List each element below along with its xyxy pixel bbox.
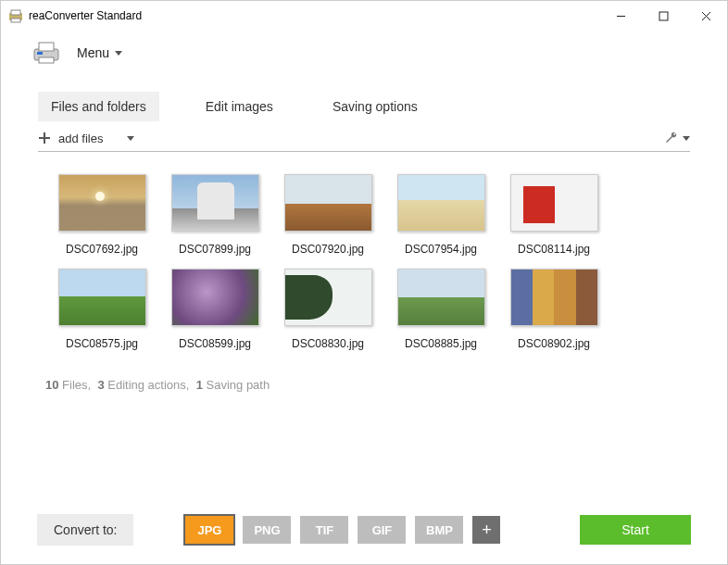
format-button-png[interactable]: PNG xyxy=(243,516,291,544)
convert-to-label: Convert to: xyxy=(37,514,133,546)
svg-rect-4 xyxy=(659,12,668,20)
format-button-jpg[interactable]: JPG xyxy=(185,516,233,544)
file-name: DSC07954.jpg xyxy=(405,243,477,256)
add-files-button[interactable]: add files xyxy=(38,132,134,145)
menubar: Menu xyxy=(1,31,727,75)
window-title: reaConverter Standard xyxy=(29,9,599,22)
status-text: 10 Files, 3 Editing actions, 1 Saving pa… xyxy=(1,350,727,392)
chevron-down-icon xyxy=(115,51,122,56)
thumbnail-image xyxy=(58,269,146,326)
list-item[interactable]: DSC08830.jpg xyxy=(279,269,377,350)
svg-rect-1 xyxy=(11,10,20,15)
list-item[interactable]: DSC07692.jpg xyxy=(53,174,151,256)
plus-icon xyxy=(38,132,51,144)
list-item[interactable]: DSC08575.jpg xyxy=(53,269,151,350)
list-item[interactable]: DSC07920.jpg xyxy=(279,174,377,256)
format-row: JPG PNG TIF GIF BMP + xyxy=(185,516,500,544)
status-actions-count: 3 xyxy=(97,378,104,392)
file-name: DSC07920.jpg xyxy=(292,243,364,256)
file-name: DSC08830.jpg xyxy=(292,337,364,350)
thumbnail-image xyxy=(171,174,259,232)
list-item[interactable]: DSC08599.jpg xyxy=(166,269,264,350)
thumbnail-image xyxy=(397,174,485,232)
tabs: Files and folders Edit images Saving opt… xyxy=(1,92,727,121)
settings-button[interactable] xyxy=(664,131,690,145)
status-paths-word: Saving path xyxy=(207,378,270,392)
window-close-button[interactable] xyxy=(684,1,727,31)
list-item[interactable]: DSC08902.jpg xyxy=(505,269,603,350)
window-maximize-button[interactable] xyxy=(642,1,684,31)
list-item[interactable]: DSC08114.jpg xyxy=(505,174,603,256)
thumbnail-image xyxy=(510,269,598,326)
tab-edit-images[interactable]: Edit images xyxy=(193,92,286,121)
menu-button[interactable]: Menu xyxy=(71,42,128,64)
status-actions-word: Editing actions, xyxy=(107,378,189,392)
add-files-label: add files xyxy=(58,132,103,145)
thumbnail-image xyxy=(284,174,372,232)
format-button-tif[interactable]: TIF xyxy=(300,516,348,544)
wrench-icon xyxy=(664,131,679,145)
file-name: DSC07692.jpg xyxy=(66,243,138,256)
thumbnail-image xyxy=(58,174,146,232)
titlebar: reaConverter Standard xyxy=(1,1,727,31)
thumbnail-image xyxy=(397,269,485,326)
thumbnail-image xyxy=(171,269,259,326)
thumbnail-image xyxy=(510,174,598,232)
svg-rect-10 xyxy=(37,52,43,55)
format-add-button[interactable]: + xyxy=(472,516,500,544)
file-name: DSC08599.jpg xyxy=(179,337,251,350)
thumbnail-image xyxy=(284,269,372,326)
start-button[interactable]: Start xyxy=(580,515,691,545)
list-item[interactable]: DSC07954.jpg xyxy=(392,174,490,256)
window-minimize-button[interactable] xyxy=(599,1,642,31)
svg-rect-8 xyxy=(39,43,54,51)
format-button-gif[interactable]: GIF xyxy=(358,516,406,544)
chevron-down-icon xyxy=(683,136,690,141)
format-button-bmp[interactable]: BMP xyxy=(415,516,463,544)
menu-label: Menu xyxy=(77,45,109,60)
list-item[interactable]: DSC07899.jpg xyxy=(166,174,264,256)
svg-rect-9 xyxy=(39,57,54,63)
list-item[interactable]: DSC08885.jpg xyxy=(392,269,490,350)
file-name: DSC08575.jpg xyxy=(66,337,138,350)
status-files-word: Files, xyxy=(62,378,91,392)
toolbar: add files xyxy=(1,121,727,151)
file-name: DSC08114.jpg xyxy=(518,243,590,256)
svg-rect-2 xyxy=(11,19,20,22)
thumbnail-grid: DSC07692.jpg DSC07899.jpg DSC07920.jpg D… xyxy=(1,152,727,350)
bottom-bar: Convert to: JPG PNG TIF GIF BMP + Start xyxy=(37,511,691,548)
status-files-count: 10 xyxy=(45,378,58,392)
file-name: DSC07899.jpg xyxy=(179,243,251,256)
app-icon xyxy=(8,8,23,23)
file-name: DSC08885.jpg xyxy=(405,337,477,350)
tab-files-and-folders[interactable]: Files and folders xyxy=(38,92,159,121)
tab-saving-options[interactable]: Saving options xyxy=(320,92,431,121)
chevron-down-icon xyxy=(127,136,134,141)
file-name: DSC08902.jpg xyxy=(518,337,590,350)
status-paths-count: 1 xyxy=(196,378,203,392)
printer-icon xyxy=(32,42,60,64)
